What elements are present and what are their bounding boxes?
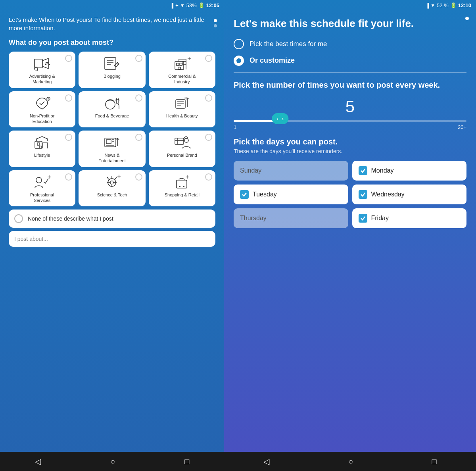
divider bbox=[234, 72, 466, 73]
status-bar-left: ▐ ✦ ▼ 53% 🔋 12:05 bbox=[0, 0, 224, 11]
category-science[interactable]: Science & Tech bbox=[79, 170, 145, 207]
category-nonprofit[interactable]: Non-Profit orEducation bbox=[9, 91, 75, 128]
label-nonprofit: Non-Profit orEducation bbox=[30, 113, 54, 125]
bottom-nav-left: ◁ ○ □ bbox=[0, 452, 224, 471]
time-right: 12:10 bbox=[458, 2, 471, 8]
option-customize[interactable]: Or customize bbox=[234, 56, 466, 66]
label-sunday: Sunday bbox=[240, 167, 261, 174]
home-button-right[interactable]: ○ bbox=[348, 457, 353, 466]
radio-personal bbox=[205, 134, 212, 141]
page-dots bbox=[214, 19, 217, 27]
day-wednesday[interactable]: Wednesday bbox=[352, 185, 467, 204]
main-title: Let's make this schedule fit your life. bbox=[234, 17, 466, 30]
day-friday[interactable]: Friday bbox=[352, 208, 467, 228]
post-about-input[interactable] bbox=[9, 231, 215, 247]
bottom-nav-right: ◁ ○ □ bbox=[224, 452, 476, 471]
category-shopping[interactable]: Shopping & Retail bbox=[149, 170, 215, 207]
slider-handle[interactable]: ‹ › bbox=[272, 113, 288, 124]
recent-button-right[interactable]: □ bbox=[432, 457, 437, 466]
dot-2 bbox=[214, 24, 217, 27]
radio-customize bbox=[234, 56, 244, 66]
label-advertising: Advertising &Marketing bbox=[29, 73, 55, 85]
svg-rect-5 bbox=[180, 63, 182, 65]
radio-auto bbox=[234, 39, 244, 49]
radio-shopping bbox=[205, 173, 212, 181]
category-food[interactable]: Food & Beverage bbox=[79, 91, 145, 128]
day-sunday[interactable]: Sunday bbox=[234, 161, 348, 181]
label-lifestyle: Lifestyle bbox=[34, 152, 50, 158]
svg-rect-6 bbox=[178, 67, 180, 69]
dot-1 bbox=[214, 19, 217, 22]
battery-right: 52 % bbox=[437, 2, 449, 8]
category-blogging[interactable]: Blogging bbox=[79, 52, 145, 88]
radio-science bbox=[135, 173, 142, 181]
none-option[interactable]: None of these describe what I post bbox=[9, 210, 215, 228]
label-blogging: Blogging bbox=[104, 73, 121, 79]
icon-personal bbox=[173, 135, 192, 150]
slider-value: 5 bbox=[234, 97, 466, 116]
svg-point-22 bbox=[183, 186, 184, 187]
day-tuesday[interactable]: Tuesday bbox=[234, 185, 348, 204]
svg-rect-0 bbox=[35, 59, 42, 68]
day-thursday[interactable]: Thursday bbox=[234, 208, 348, 228]
svg-rect-4 bbox=[177, 63, 179, 65]
back-button-left[interactable]: ◁ bbox=[35, 457, 41, 466]
day-monday[interactable]: Monday bbox=[352, 161, 467, 181]
battery-icon-left: 🔋 bbox=[198, 2, 205, 8]
category-news[interactable]: News &Entertainment bbox=[79, 131, 145, 167]
icon-commercial bbox=[173, 56, 192, 71]
days-subtitle: These are the days you'll receive remind… bbox=[234, 148, 466, 154]
svg-point-19 bbox=[110, 181, 113, 184]
svg-point-1 bbox=[35, 67, 38, 70]
svg-rect-14 bbox=[106, 140, 111, 144]
svg-point-17 bbox=[36, 177, 42, 183]
icon-lifestyle bbox=[33, 135, 52, 150]
category-lifestyle[interactable]: Lifestyle bbox=[9, 131, 75, 167]
check-monday bbox=[359, 166, 367, 175]
icon-professional bbox=[33, 174, 52, 190]
radio-advertising bbox=[65, 55, 72, 62]
intro-text: Let's make When to Post yours! To find t… bbox=[9, 15, 215, 32]
check-wednesday bbox=[359, 190, 367, 199]
category-health[interactable]: Health & Beauty bbox=[149, 91, 215, 128]
right-screen: ▐ ▼ 52 % 🔋 12:10 Let's make this schedul… bbox=[224, 0, 476, 471]
label-monday: Monday bbox=[371, 167, 394, 174]
icon-nonprofit bbox=[33, 95, 52, 111]
radio-lifestyle bbox=[65, 134, 72, 141]
right-content: Let's make this schedule fit your life. … bbox=[224, 11, 476, 452]
categories-grid: Advertising &Marketing Blogging bbox=[9, 52, 215, 206]
icon-science bbox=[102, 174, 121, 190]
svg-rect-2 bbox=[105, 58, 116, 69]
weekly-title: Pick the number of times you want to pos… bbox=[234, 80, 466, 90]
days-title: Pick the days you can post. bbox=[234, 137, 466, 146]
slider-track: ‹ › bbox=[234, 120, 466, 122]
icon-blogging bbox=[102, 56, 121, 71]
slider-container[interactable]: ‹ › 1 20+ bbox=[234, 120, 466, 130]
svg-rect-20 bbox=[177, 180, 187, 188]
svg-point-21 bbox=[179, 186, 180, 187]
option-auto[interactable]: Pick the best times for me bbox=[234, 39, 466, 49]
label-news: News &Entertainment bbox=[98, 152, 125, 164]
category-commercial[interactable]: Commercial &Industry bbox=[149, 52, 215, 88]
label-science: Science & Tech bbox=[97, 192, 127, 198]
dot-right bbox=[465, 17, 469, 20]
arrow-right-icon: › bbox=[282, 115, 284, 122]
icon-news bbox=[102, 135, 121, 150]
arrow-left-icon: ‹ bbox=[277, 115, 279, 122]
left-content: Let's make When to Post yours! To find t… bbox=[0, 11, 224, 452]
radio-blogging bbox=[135, 55, 142, 62]
none-label: None of these describe what I post bbox=[28, 215, 113, 222]
svg-rect-12 bbox=[37, 143, 40, 145]
recent-button-left[interactable]: □ bbox=[184, 457, 189, 466]
category-advertising[interactable]: Advertising &Marketing bbox=[9, 52, 75, 88]
back-button-right[interactable]: ◁ bbox=[263, 457, 269, 466]
radio-nonprofit bbox=[65, 94, 72, 102]
home-button-left[interactable]: ○ bbox=[110, 457, 115, 466]
check-friday bbox=[359, 214, 367, 223]
icon-health bbox=[173, 95, 192, 111]
category-professional[interactable]: ProfessionalServices bbox=[9, 170, 75, 207]
left-screen: ▐ ✦ ▼ 53% 🔋 12:05 Let's make When to Pos… bbox=[0, 0, 224, 471]
category-personal[interactable]: Personal Brand bbox=[149, 131, 215, 167]
radio-news bbox=[135, 134, 142, 141]
label-health: Health & Beauty bbox=[166, 113, 198, 119]
